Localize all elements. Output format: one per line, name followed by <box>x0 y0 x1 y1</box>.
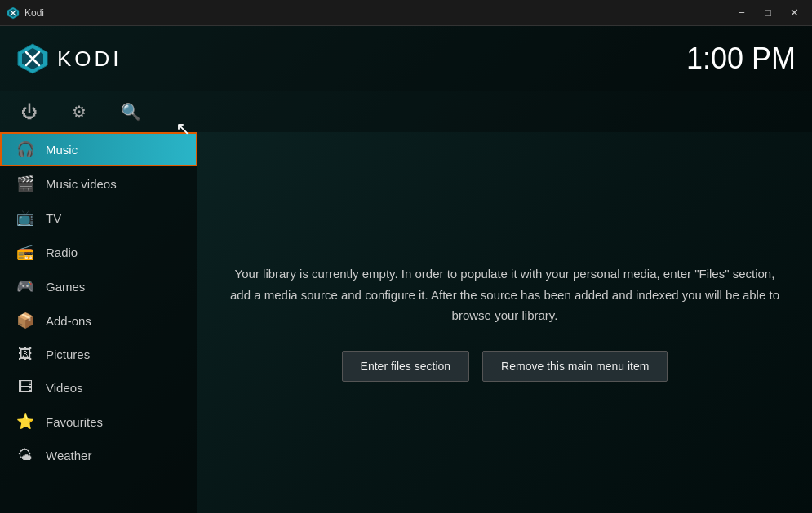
search-icon[interactable]: 🔍 <box>116 97 146 126</box>
sidebar-label-videos: Videos <box>46 381 83 395</box>
games-icon: 🎮 <box>16 277 34 295</box>
sidebar-label-favourites: Favourites <box>46 415 103 429</box>
remove-menu-item-button[interactable]: Remove this main menu item <box>482 351 668 382</box>
titlebar: Kodi − □ ✕ <box>0 0 812 26</box>
header: KODI 1:00 PM <box>0 26 812 91</box>
titlebar-controls: − □ ✕ <box>730 4 805 22</box>
settings-icon[interactable]: ⚙ <box>67 97 91 126</box>
sidebar-item-favourites[interactable]: ⭐Favourites <box>0 405 197 439</box>
sidebar-item-weather[interactable]: 🌤Weather <box>0 439 197 472</box>
main-content: Your library is currently empty. In orde… <box>197 132 812 513</box>
navbar: ⏻ ⚙ 🔍 <box>0 91 812 132</box>
sidebar-item-videos[interactable]: 🎞Videos <box>0 371 197 405</box>
titlebar-left: Kodi <box>7 7 44 20</box>
sidebar-label-add-ons: Add-ons <box>46 314 91 328</box>
add-ons-icon: 📦 <box>16 312 34 329</box>
header-logo: KODI <box>16 42 122 75</box>
videos-icon: 🎞 <box>16 379 34 396</box>
minimize-button[interactable]: − <box>730 4 753 22</box>
tv-icon: 📺 <box>16 209 34 227</box>
sidebar-label-pictures: Pictures <box>46 347 90 361</box>
sidebar-item-add-ons[interactable]: 📦Add-ons <box>0 303 197 338</box>
sidebar-label-games: Games <box>46 280 85 294</box>
music-icon: 🎧 <box>16 140 34 158</box>
sidebar-item-tv[interactable]: 📺TV <box>0 201 197 235</box>
sidebar-item-games[interactable]: 🎮Games <box>0 269 197 303</box>
sidebar: 🎧Music🎬Music videos📺TV📻Radio🎮Games📦Add-o… <box>0 132 197 513</box>
content-area: 🎧Music🎬Music videos📺TV📻Radio🎮Games📦Add-o… <box>0 132 812 513</box>
sidebar-item-radio[interactable]: 📻Radio <box>0 235 197 269</box>
empty-library-message: Your library is currently empty. In orde… <box>230 263 779 326</box>
close-button[interactable]: ✕ <box>783 4 805 22</box>
pictures-icon: 🖼 <box>16 346 34 363</box>
kodi-logo-icon <box>16 42 49 75</box>
weather-icon: 🌤 <box>16 447 34 464</box>
sidebar-item-music-videos[interactable]: 🎬Music videos <box>0 166 197 201</box>
power-icon[interactable]: ⏻ <box>16 98 42 126</box>
sidebar-label-music-videos: Music videos <box>46 177 117 191</box>
kodi-title: KODI <box>57 46 122 72</box>
sidebar-label-weather: Weather <box>46 449 91 462</box>
sidebar-label-radio: Radio <box>46 245 78 259</box>
app-container: KODI 1:00 PM ⏻ ⚙ 🔍 🎧Music🎬Music videos📺T… <box>0 26 812 513</box>
music-videos-icon: 🎬 <box>16 175 34 192</box>
radio-icon: 📻 <box>16 243 34 261</box>
titlebar-kodi-icon <box>7 7 20 20</box>
maximize-button[interactable]: □ <box>757 4 779 22</box>
clock: 1:00 PM <box>686 42 796 76</box>
favourites-icon: ⭐ <box>16 413 34 431</box>
sidebar-item-music[interactable]: 🎧Music <box>0 132 197 166</box>
sidebar-label-music: Music <box>46 143 78 157</box>
titlebar-app-name: Kodi <box>24 7 44 19</box>
enter-files-button[interactable]: Enter files section <box>342 351 470 382</box>
sidebar-item-pictures[interactable]: 🖼Pictures <box>0 338 197 371</box>
sidebar-label-tv: TV <box>46 211 61 225</box>
action-buttons: Enter files section Remove this main men… <box>342 351 668 382</box>
